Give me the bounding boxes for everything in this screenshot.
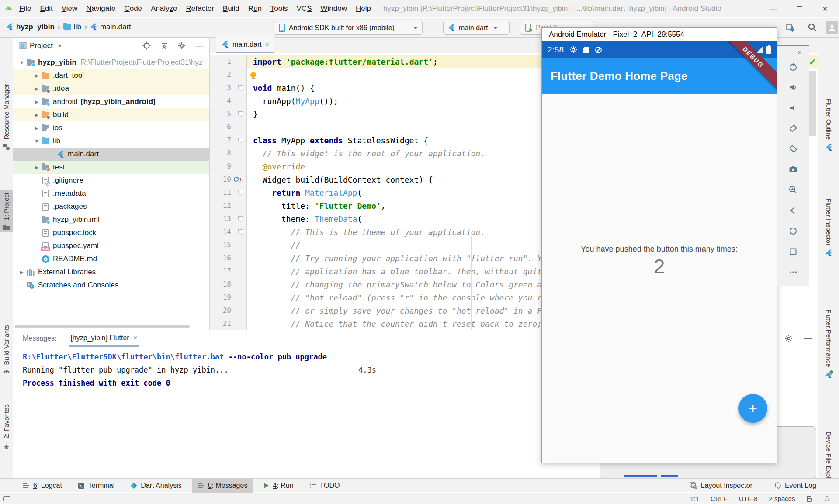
device-selector[interactable]: Android SDK built for x86 (mobile) <box>274 21 423 35</box>
locate-file-icon[interactable] <box>142 41 151 50</box>
chevron-collapsed-icon[interactable]: ▶ <box>32 125 41 131</box>
menu-navigate[interactable]: Navigate <box>82 3 120 15</box>
emulator-volume-up-icon[interactable] <box>788 83 798 92</box>
tree-row-External-Libraries[interactable]: ▶External Libraries <box>13 266 209 279</box>
chevron-collapsed-icon[interactable]: ▶ <box>32 99 41 105</box>
tool-button-layout-inspector[interactable]: Layout Inspector <box>684 479 758 493</box>
editor-scrollbar[interactable] <box>808 71 816 136</box>
tool-button-6-logcat[interactable]: 6: Logcat <box>17 479 67 493</box>
tree-row-lib[interactable]: ▼lib <box>13 135 209 148</box>
menu-vcs[interactable]: VCS <box>292 3 316 15</box>
menu-edit[interactable]: Edit <box>35 3 57 15</box>
project-panel-header[interactable]: Project — <box>13 38 209 54</box>
menu-help[interactable]: Help <box>351 3 375 15</box>
tree-row-test[interactable]: ▶test <box>13 161 209 174</box>
console-link[interactable]: R:\Flutter\FlutterSDK\flutter\bin\flutte… <box>23 352 224 361</box>
run-config-selector[interactable]: main.dart <box>443 21 510 35</box>
tree-row-.idea[interactable]: ▶.idea <box>13 82 209 95</box>
menu-file[interactable]: File <box>15 3 35 15</box>
collapse-all-icon[interactable] <box>160 42 168 50</box>
menu-window[interactable]: Window <box>316 3 351 15</box>
menu-code[interactable]: Code <box>120 3 146 15</box>
tree-row-android[interactable]: ▶android[hyzp_yibin_android] <box>13 95 209 108</box>
breadcrumb-item-lib[interactable]: lib <box>63 23 81 31</box>
tree-row-.gitignore[interactable]: .gitignore <box>13 174 209 187</box>
messages-tab-flutter[interactable]: [hyzp_yibin] Flutter × <box>69 330 139 347</box>
strip-tab-flutter-outline[interactable]: Flutter Outline <box>818 96 839 154</box>
strip-tab-2-favorites[interactable]: 2: Favorites★ <box>0 402 13 454</box>
status-item-2-spaces[interactable]: 2 spaces <box>769 495 795 502</box>
chevron-collapsed-icon[interactable]: ▶ <box>32 86 41 92</box>
tree-row-.metadata[interactable]: .metadata <box>13 187 209 200</box>
breadcrumb-item-main.dart[interactable]: main.dart <box>90 23 131 31</box>
fold-marker-icon[interactable] <box>238 229 243 235</box>
strip-tab-flutter-performance[interactable]: Flutter Performance <box>818 307 839 381</box>
chevron-collapsed-icon[interactable]: ▶ <box>32 165 41 170</box>
tool-button-4-run[interactable]: 4: Run <box>258 479 298 493</box>
menu-run[interactable]: Run <box>244 3 266 15</box>
tool-window-switcher-icon[interactable] <box>3 496 10 501</box>
emulator-title-bar[interactable]: Android Emulator - Pixel_2_API_29:5554 <box>542 28 777 41</box>
status-item-1-1[interactable]: 1:1 <box>690 495 699 502</box>
settings-gear-icon[interactable] <box>785 335 793 342</box>
search-everywhere-icon[interactable] <box>807 22 818 33</box>
emulator-overview-icon[interactable] <box>788 247 798 256</box>
fold-marker-icon[interactable] <box>238 111 243 117</box>
emulator-zoom-icon[interactable] <box>788 185 798 195</box>
chevron-expanded-icon[interactable]: ▼ <box>32 138 41 144</box>
emulator-rotate-left-icon[interactable] <box>788 124 798 133</box>
fab-increment-button[interactable]: + <box>738 394 767 423</box>
tree-row-pubspec.yaml[interactable]: YMLpubspec.yaml <box>13 239 209 252</box>
fold-marker-icon[interactable] <box>238 85 243 91</box>
emulator-home-icon[interactable] <box>788 226 798 236</box>
settings-gear-icon[interactable] <box>178 42 186 50</box>
close-tab-icon[interactable]: × <box>133 334 137 342</box>
emulator-rotate-right-icon[interactable] <box>788 144 798 154</box>
menu-tools[interactable]: Tools <box>266 3 292 15</box>
emulator-close-icon[interactable]: × <box>798 48 802 56</box>
hide-panel-icon[interactable]: — <box>804 334 812 343</box>
fold-marker-icon[interactable] <box>238 138 243 143</box>
strip-tab-build-variants[interactable]: Build Variants <box>0 322 13 376</box>
chevron-collapsed-icon[interactable]: ▶ <box>32 73 41 79</box>
emulator-more-icon[interactable] <box>788 267 798 277</box>
chevron-collapsed-icon[interactable]: ▶ <box>32 112 41 118</box>
hide-panel-icon[interactable]: — <box>195 41 203 50</box>
status-item-utf-8[interactable]: UTF-8 <box>739 495 758 502</box>
inspection-ok-icon[interactable]: ✓ <box>809 57 816 67</box>
chevron-expanded-icon[interactable]: ▼ <box>17 60 26 65</box>
avatar[interactable] <box>826 21 838 34</box>
override-marker-icon[interactable] <box>234 177 239 182</box>
tree-row-hyzp-yibin.iml[interactable]: hyzp_yibin.iml <box>13 213 209 226</box>
tool-button-todo[interactable]: TODO <box>304 479 345 493</box>
tree-row-pubspec.lock[interactable]: pubspec.lock <box>13 226 209 239</box>
restore-window-icon[interactable] <box>797 6 802 11</box>
sdk-manager-icon[interactable] <box>784 22 796 33</box>
fold-marker-icon[interactable] <box>238 216 243 222</box>
emulator-screen[interactable]: You have pushed the button this many tim… <box>542 41 777 463</box>
chevron-collapsed-icon[interactable]: ▶ <box>17 269 26 275</box>
gradle-face-icon[interactable]: ☺ <box>823 494 831 503</box>
unlock-icon[interactable] <box>807 498 812 502</box>
emulator-back-icon[interactable] <box>788 206 798 215</box>
intention-bulb-icon[interactable] <box>250 72 256 78</box>
minimize-window-icon[interactable]: — <box>770 4 777 13</box>
tree-row-Scratches-and-Consoles[interactable]: Scratches and Consoles <box>13 279 209 292</box>
tool-button-terminal[interactable]: Terminal <box>73 479 120 493</box>
close-tab-icon[interactable]: × <box>265 41 269 48</box>
tree-row-.dart-tool[interactable]: ▶.dart_tool <box>13 69 209 82</box>
emulator-camera-icon[interactable] <box>788 165 798 174</box>
close-window-icon[interactable]: × <box>822 3 828 14</box>
emulator-power-icon[interactable] <box>788 62 798 72</box>
menu-analyze[interactable]: Analyze <box>146 3 182 15</box>
menu-view[interactable]: View <box>57 3 82 15</box>
tree-row-README.md[interactable]: README.md <box>13 252 209 266</box>
tool-button-dart-analysis[interactable]: Dart Analysis <box>125 479 187 493</box>
tree-row-ios[interactable]: ▶ios <box>13 121 209 135</box>
fold-marker-icon[interactable] <box>238 190 243 196</box>
emulator-volume-down-icon[interactable] <box>788 103 798 113</box>
tab-main-dart[interactable]: main.dart × <box>216 37 274 53</box>
strip-tab-1-project[interactable]: 1: Project <box>0 190 13 232</box>
tree-row-main.dart[interactable]: main.dart <box>13 148 209 161</box>
tool-button-event-log[interactable]: Event Log <box>769 479 822 493</box>
